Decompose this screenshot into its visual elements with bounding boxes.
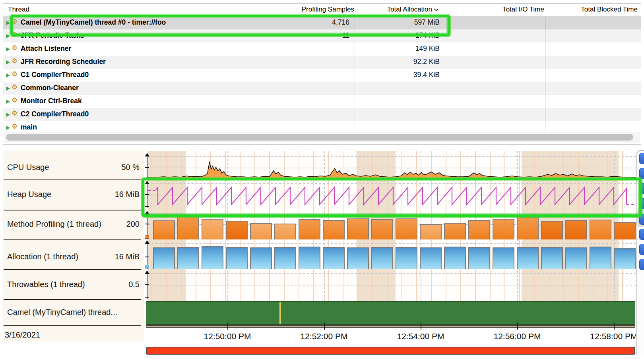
side-button[interactable] (639, 153, 644, 164)
time-axis-major-tick (614, 322, 615, 330)
axis-arrow-icon (145, 240, 149, 244)
row-label-cpu-usage[interactable]: CPU Usage (7, 163, 49, 172)
time-axis-line (146, 325, 635, 328)
expand-arrow-icon[interactable] (6, 60, 10, 64)
table-row[interactable]: ⚙Monitor Ctrl-Break (3, 95, 641, 108)
method-profiling-bar (202, 219, 223, 239)
row-divider (4, 325, 141, 326)
side-button[interactable] (639, 244, 644, 255)
row-label-allocation[interactable]: Allocation (1 thread) (7, 252, 78, 261)
column-header-total-allocation[interactable]: Total Allocation (353, 6, 439, 14)
axis-tick-method: 200 (126, 220, 140, 229)
allocation-bar (420, 247, 442, 269)
thread-name: C1 CompilerThread0 (21, 71, 89, 79)
horizontal-scrollbar[interactable] (4, 132, 640, 143)
table-row[interactable]: ⚙C1 CompilerThread039.4 KiB (3, 69, 641, 82)
expand-arrow-icon[interactable] (6, 113, 10, 117)
expand-arrow-icon[interactable] (6, 34, 10, 38)
expand-arrow-icon[interactable] (6, 73, 10, 77)
horizontal-scrollbar-thumb[interactable] (6, 134, 633, 141)
side-button[interactable] (639, 198, 644, 209)
allocation-bar (493, 247, 514, 269)
table-row[interactable]: ⚙Common-Cleaner (3, 82, 641, 95)
method-profiling-bar (177, 214, 199, 239)
row-label-method-profiling[interactable]: Method Profiling (1 thread) (7, 220, 101, 229)
axis-tick-mark (145, 257, 149, 257)
axis-tick-mark (145, 224, 149, 224)
allocation-bar (444, 247, 466, 269)
thread-name: Monitor Ctrl-Break (21, 97, 82, 105)
method-profiling-bar (517, 217, 539, 239)
axis-arrow-icon (145, 211, 149, 214)
row-y-axis (147, 154, 147, 180)
dashed-gridline-horizontal (147, 273, 636, 274)
method-profiling-bar (347, 218, 369, 239)
axis-tick-heap: 16 MiB (115, 190, 140, 199)
column-header-profiling-samples[interactable]: Profiling Samples (226, 6, 354, 14)
event-marker-line (279, 302, 281, 324)
method-profiling-bar (250, 223, 272, 239)
axis-tick-allocation: 16 MiB (115, 252, 140, 261)
method-profiling-bar (590, 220, 611, 239)
method-profiling-marker-square (145, 235, 149, 239)
method-profiling-bar (299, 219, 320, 239)
table-row[interactable]: ⚙JFR Periodic Tasks11174 KiB (3, 29, 641, 42)
table-row[interactable]: ⚙JFR Recording Scheduler92.2 KiB (3, 56, 641, 69)
method-profiling-bar (420, 224, 442, 239)
side-button[interactable] (639, 229, 644, 240)
axis-tick-mark (145, 167, 149, 168)
method-profiling-bar (396, 218, 417, 239)
axis-tick-mark (145, 297, 149, 298)
profiler-window: Thread Profiling Samples Total Allocatio… (0, 0, 644, 359)
thread-table: Thread Profiling Samples Total Allocatio… (3, 3, 641, 145)
total-allocation-value: 39.4 KiB (353, 71, 440, 79)
thread-icon: ⚙ (12, 70, 17, 78)
row-label-throwables[interactable]: Throwables (1 thread) (7, 280, 85, 289)
axis-tick-mark (145, 206, 149, 207)
table-row[interactable]: ⚙C2 CompilerThread0 (3, 108, 641, 121)
method-profiling-bar (153, 220, 175, 239)
time-axis-label: 12:54:00 PM (383, 332, 458, 341)
thread-icon: ⚙ (12, 96, 17, 104)
allocation-bar (153, 247, 175, 269)
time-axis-major-tick (324, 322, 325, 330)
allocation-bar (517, 247, 539, 269)
thread-state-bar[interactable] (146, 301, 635, 325)
row-divider (4, 239, 141, 240)
column-header-thread[interactable]: Thread (8, 6, 29, 14)
table-row[interactable]: ⚙main (3, 121, 641, 132)
column-header-total-io-time[interactable]: Total I/O Time (452, 6, 544, 14)
allocation-bar (371, 247, 393, 269)
thread-name: Camel (MyTinyCamel) thread #0 - timer://… (21, 18, 166, 27)
thread-icon: ⚙ (12, 44, 17, 52)
allocation-bar (347, 247, 369, 269)
allocation-bar (468, 247, 490, 269)
axis-tick-throwables: 0.5 (128, 280, 140, 289)
total-allocation-value: 149 KiB (353, 44, 440, 53)
side-button[interactable] (639, 183, 644, 194)
expand-arrow-icon[interactable] (6, 126, 10, 130)
expand-arrow-icon[interactable] (6, 47, 10, 51)
expand-arrow-icon[interactable] (6, 21, 10, 25)
table-row[interactable]: ⚙Camel (MyTinyCamel) thread #0 - timer:/… (3, 16, 641, 29)
thread-table-header: Thread Profiling Samples Total Allocatio… (3, 4, 641, 17)
method-profiling-bar (274, 224, 296, 239)
row-label-heap-usage[interactable]: Heap Usage (7, 190, 51, 199)
axis-arrow-icon (145, 181, 149, 184)
sort-descending-icon (434, 6, 439, 14)
thread-name: JFR Recording Scheduler (21, 58, 106, 66)
thread-icon: ⚙ (12, 17, 17, 26)
column-header-total-blocked-time[interactable]: Total Blocked Time (548, 6, 638, 14)
expand-arrow-icon[interactable] (6, 87, 10, 91)
side-button[interactable] (639, 168, 644, 179)
axis-tick-mark (145, 284, 149, 285)
expand-arrow-icon[interactable] (6, 100, 10, 104)
side-button[interactable] (639, 259, 644, 270)
time-axis-major-tick (421, 322, 421, 330)
row-label-camel-thread[interactable]: Camel (MyTinyCamel) thread... (7, 308, 117, 317)
time-axis-label: 12:52:00 PM (286, 332, 362, 341)
table-row[interactable]: ⚙Attach Listener149 KiB (3, 42, 641, 56)
timeline-range-scrollbar[interactable] (146, 347, 635, 355)
allocation-bar (565, 247, 587, 269)
side-button[interactable] (639, 214, 644, 225)
